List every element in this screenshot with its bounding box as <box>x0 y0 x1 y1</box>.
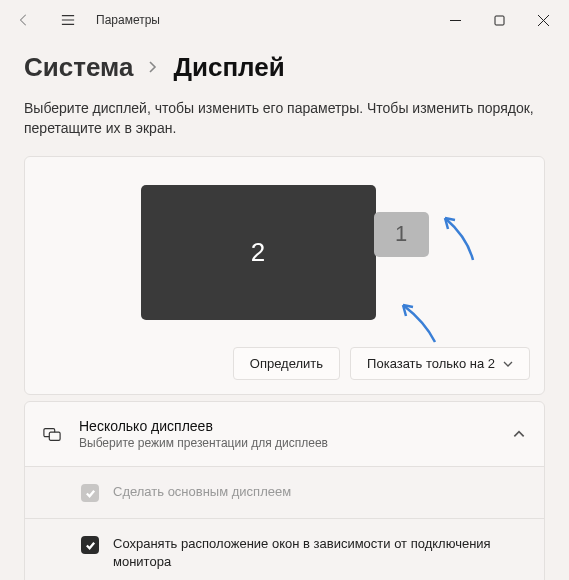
make-main-display-option: Сделать основным дисплеем <box>25 466 544 518</box>
monitor-1[interactable]: 1 <box>374 212 429 257</box>
breadcrumb: Система Дисплей <box>24 52 545 83</box>
multiple-displays-expander: Несколько дисплеев Выберите режим презен… <box>24 401 545 580</box>
svg-rect-2 <box>49 432 60 440</box>
close-button[interactable] <box>521 2 565 38</box>
maximize-button[interactable] <box>477 2 521 38</box>
minimize-button[interactable] <box>433 2 477 38</box>
page-description: Выберите дисплей, чтобы изменить его пар… <box>24 99 545 138</box>
checkbox-disabled-icon <box>81 484 99 502</box>
identify-button[interactable]: Определить <box>233 347 340 380</box>
svg-rect-0 <box>495 16 504 25</box>
chevron-right-icon <box>147 57 159 78</box>
back-button[interactable] <box>4 2 44 38</box>
monitor-canvas[interactable]: 2 1 <box>25 157 544 347</box>
checkbox-checked-icon[interactable] <box>81 536 99 554</box>
expander-header[interactable]: Несколько дисплеев Выберите режим презен… <box>25 402 544 466</box>
displays-icon <box>43 425 61 443</box>
window-title: Параметры <box>96 13 160 27</box>
expander-title: Несколько дисплеев <box>79 418 494 434</box>
menu-icon[interactable] <box>48 2 88 38</box>
breadcrumb-current: Дисплей <box>173 52 284 83</box>
titlebar: Параметры <box>0 0 569 40</box>
display-mode-dropdown[interactable]: Показать только на 2 <box>350 347 530 380</box>
breadcrumb-parent[interactable]: Система <box>24 52 133 83</box>
expander-subtitle: Выберите режим презентации для дисплеев <box>79 436 494 450</box>
chevron-up-icon <box>512 427 526 441</box>
display-arrange-panel: 2 1 Определить Показать только на 2 <box>24 156 545 395</box>
monitor-2[interactable]: 2 <box>141 185 376 320</box>
chevron-down-icon <box>503 359 513 369</box>
remember-window-layout-option[interactable]: Сохранять расположение окон в зависимост… <box>25 518 544 580</box>
annotation-arrow-icon <box>435 212 485 266</box>
